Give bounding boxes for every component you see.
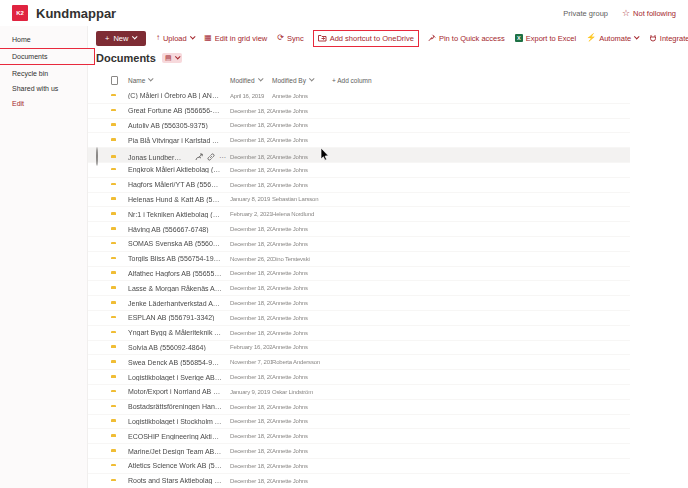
site-logo[interactable]: K2	[12, 5, 28, 21]
file-name-link[interactable]: Roots and Stars Aktiebolag (556938-9685)	[128, 477, 230, 484]
table-row[interactable]: Helenas Hund & Katt AB (556646-2532) Jan…	[88, 193, 630, 208]
file-name-link[interactable]: Torgils Bliss AB (556754-1962)	[128, 255, 230, 262]
table-row[interactable]: Motor/Export i Norrland AB (556524-6350)…	[88, 385, 630, 400]
modified-cell: January 8, 2019	[230, 196, 272, 202]
modified-by-cell: Annette Johns	[272, 404, 332, 410]
file-name-link[interactable]: Jonas Lundberg Teknologi Aktiebolag (556…	[128, 154, 191, 161]
upload-button[interactable]: ↑ Upload	[156, 34, 194, 43]
table-row[interactable]: Pia Blå Vitvingar i Karlstad Aktiebolag …	[88, 133, 630, 148]
sync-icon: ⟳	[277, 34, 284, 42]
column-header-modified-by[interactable]: Modified By	[272, 77, 332, 84]
table-row[interactable]: Great Fortune AB (556656-3055) December …	[88, 104, 630, 119]
table-row[interactable]: Jonas Lundberg Teknologi Aktiebolag (556…	[88, 148, 630, 163]
table-row[interactable]: Solvia AB (556092-4864) February 16, 202…	[88, 341, 630, 356]
file-name-link[interactable]: Engkrok Måleri Aktiebolag (556727-4905)	[128, 166, 230, 173]
table-row[interactable]: Hagfors Måleri/YT AB (556171-4649) Decem…	[88, 178, 630, 193]
table-row[interactable]: Autoliv AB (556305-9375) December 18, 20…	[88, 119, 630, 134]
table-row[interactable]: Marine/Jet Design Team AB (556263-7288) …	[88, 444, 630, 459]
modified-by-cell: Annette Johns	[272, 448, 332, 454]
pin-quick-access-button[interactable]: Pin to Quick access	[428, 34, 505, 43]
file-name-link[interactable]: (C) Måleri i Örebro AB | ANGRIG (1)	[128, 92, 230, 99]
modified-cell: February 2, 2021	[230, 211, 272, 217]
table-row[interactable]: ESPLAN AB (556791-3342) December 18, 201…	[88, 311, 630, 326]
edit-grid-view-button[interactable]: ▦ Edit in grid view	[204, 34, 267, 43]
sidebar-item-documents[interactable]: Documents	[0, 49, 94, 64]
table-row[interactable]: Swea Denck AB (556854-9649) November 7, …	[88, 355, 630, 370]
table-row[interactable]: Lasse & Morgan Råkenäs AB (556712-6748) …	[88, 281, 630, 296]
file-name-link[interactable]: Hagfors Måleri/YT AB (556171-4649)	[128, 181, 230, 188]
chevron-down-icon	[149, 76, 154, 81]
column-header-name[interactable]: Name	[128, 77, 230, 84]
sidebar-item-shared-with-us[interactable]: Shared with us	[0, 81, 87, 96]
table-row[interactable]: SOMAS Svenska AB (556098-5782) December …	[88, 237, 630, 252]
upload-icon: ↑	[156, 34, 160, 42]
file-name-link[interactable]: Alfathec Hagfors AB (556556-4462)	[128, 270, 230, 277]
export-excel-button[interactable]: X Export to Excel	[515, 34, 576, 43]
table-row[interactable]: (C) Måleri i Örebro AB | ANGRIG (1) Apri…	[88, 89, 630, 104]
file-name-link[interactable]: Motor/Export i Norrland AB (556524-6350)	[128, 388, 230, 395]
file-name-link[interactable]: Solvia AB (556092-4864)	[128, 344, 230, 351]
file-name-link[interactable]: Jenke Läderhantverkstad AB (556735-9577)	[128, 300, 230, 307]
file-name-link[interactable]: Autoliv AB (556305-9375)	[128, 122, 230, 129]
modified-cell: December 18, 2017	[230, 330, 272, 336]
modified-by-cell: Annette Johns	[272, 374, 332, 380]
sidebar-item-recycle-bin[interactable]: Recycle bin	[0, 66, 87, 81]
file-name-link[interactable]: Häving AB (556667-6748)	[128, 226, 230, 233]
table-row[interactable]: Jenke Läderhantverkstad AB (556735-9577)…	[88, 296, 630, 311]
copy-link-icon[interactable]	[207, 153, 215, 161]
modified-cell: February 16, 2022	[230, 344, 272, 350]
file-name-link[interactable]: Bostadsrättsföreningen Hanefjorden (7696…	[128, 403, 230, 410]
table-row[interactable]: Alfathec Hagfors AB (556556-4462) Decemb…	[88, 267, 630, 282]
add-shortcut-onedrive-button[interactable]: Add shortcut to OneDrive	[318, 34, 414, 43]
file-name-link[interactable]: Helenas Hund & Katt AB (556646-2532)	[128, 196, 230, 203]
select-all-checkbox[interactable]	[111, 76, 118, 85]
table-row[interactable]: Engkrok Måleri Aktiebolag (556727-4905) …	[88, 163, 630, 178]
file-name-link[interactable]: Pia Blå Vitvingar i Karlstad Aktiebolag …	[128, 137, 230, 144]
table-row[interactable]: ECOSHIP Engineering Aktiebolag (556573-4…	[88, 429, 630, 444]
table-row[interactable]: Logistikbolaget i Sverige AB (556578-527…	[88, 370, 630, 385]
table-row[interactable]: Nr:1 i Tekniken Aktiebolag (556744-5681)…	[88, 207, 630, 222]
sidebar-item-edit[interactable]: Edit	[0, 96, 87, 111]
table-row[interactable]: Torgils Bliss AB (556754-1962) November …	[88, 252, 630, 267]
file-name-link[interactable]: Great Fortune AB (556656-3055)	[128, 107, 230, 114]
automate-button[interactable]: ⚡ Automate	[586, 34, 639, 43]
integrate-button[interactable]: Integrate	[649, 34, 688, 43]
folder-shortcut-icon	[318, 34, 327, 42]
modified-cell: December 18, 2017	[230, 300, 272, 306]
library-selector-badge[interactable]: ▤	[162, 53, 182, 63]
file-name-link[interactable]: Logistikbolaget i Sverige AB (556578-527…	[128, 374, 230, 381]
table-row[interactable]: Bostadsrättsföreningen Hanefjorden (7696…	[88, 400, 630, 415]
modified-cell: December 18, 2017	[230, 404, 272, 410]
privacy-label: Private group	[563, 9, 608, 18]
share-icon[interactable]	[195, 153, 203, 161]
more-actions-icon[interactable]: ⋯	[219, 154, 226, 161]
file-name-link[interactable]: Marine/Jet Design Team AB (556263-7288)	[128, 448, 230, 455]
column-header-modified[interactable]: Modified	[230, 77, 272, 84]
file-name-link[interactable]: ECOSHIP Engineering Aktiebolag (556573-4…	[128, 433, 230, 440]
new-button[interactable]: + New	[96, 31, 146, 46]
file-name-link[interactable]: Nr:1 i Tekniken Aktiebolag (556744-5681)	[128, 211, 230, 218]
table-row[interactable]: Logistikbolaget i Stockholm AB (556212-7…	[88, 415, 630, 430]
modified-by-cell: Annette Johns	[272, 433, 332, 439]
site-title[interactable]: Kundmappar	[36, 6, 116, 21]
add-column-button[interactable]: + Add column	[332, 77, 630, 84]
follow-button[interactable]: ☆ Not following	[622, 9, 676, 18]
modified-by-cell: Annette Johns	[272, 241, 332, 247]
table-row[interactable]: Roots and Stars Aktiebolag (556938-9685)…	[88, 474, 630, 488]
file-name-link[interactable]: Logistikbolaget i Stockholm AB (556212-7…	[128, 418, 230, 425]
row-select-checkbox[interactable]	[96, 147, 98, 166]
table-row[interactable]: Yngart Bygg & Måleriteknik AB (556726-64…	[88, 326, 630, 341]
file-name-link[interactable]: Yngart Bygg & Måleriteknik AB (556726-64…	[128, 329, 230, 336]
modified-by-cell: Oskar Lindström	[272, 389, 332, 395]
table-row[interactable]: Atletics Science Work AB (556736-4228) D…	[88, 459, 630, 474]
file-name-link[interactable]: Atletics Science Work AB (556736-4228)	[128, 462, 230, 469]
file-name-link[interactable]: ESPLAN AB (556791-3342)	[128, 314, 230, 321]
file-name-link[interactable]: Swea Denck AB (556854-9649)	[128, 359, 230, 366]
sidebar-item-home[interactable]: Home	[0, 32, 87, 47]
file-name-link[interactable]: Lasse & Morgan Råkenäs AB (556712-6748)	[128, 285, 230, 292]
automate-icon: ⚡	[586, 34, 596, 42]
file-name-link[interactable]: SOMAS Svenska AB (556098-5782)	[128, 240, 230, 247]
table-row[interactable]: Häving AB (556667-6748) December 18, 201…	[88, 222, 630, 237]
modified-cell: December 18, 2017	[230, 478, 272, 484]
sync-button[interactable]: ⟳ Sync	[277, 34, 303, 43]
